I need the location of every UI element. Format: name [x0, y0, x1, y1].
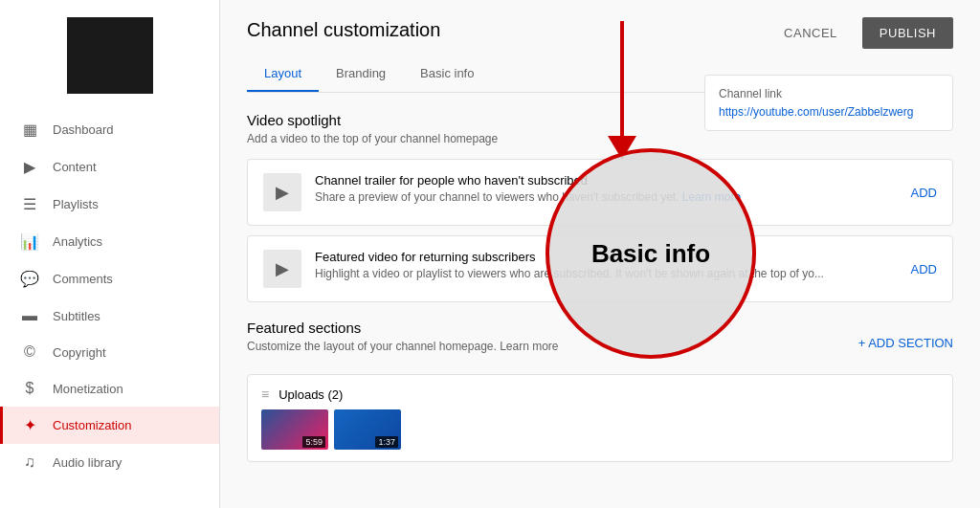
tab-layout[interactable]: Layout	[247, 56, 319, 92]
channel-link-box: Channel link https://youtube.com/user/Za…	[704, 75, 953, 131]
featured-sections-title: Featured sections	[247, 320, 559, 336]
sidebar-item-audio-library[interactable]: ♫ Audio library	[0, 444, 219, 480]
channel-trailer-content: Channel trailer for people who haven't s…	[315, 173, 898, 204]
uploads-header: ≡ Uploads (2)	[261, 387, 939, 402]
avatar	[67, 17, 153, 94]
featured-video-add[interactable]: ADD	[911, 262, 937, 276]
add-section-button[interactable]: + ADD SECTION	[858, 336, 953, 350]
cancel-button[interactable]: CANCEL	[770, 18, 851, 48]
channel-trailer-desc: Share a preview of your channel to viewe…	[315, 190, 898, 204]
sidebar-item-playlists[interactable]: ☰ Playlists	[0, 186, 219, 223]
thumbnail-1: 5:59	[261, 409, 328, 450]
thumb-2-duration: 1:37	[375, 436, 398, 448]
sidebar-item-dashboard[interactable]: ▦ Dashboard	[0, 111, 219, 148]
featured-sections: Featured sections Customize the layout o…	[247, 320, 953, 462]
tab-branding[interactable]: Branding	[319, 56, 403, 92]
featured-sections-desc: Customize the layout of your channel hom…	[247, 340, 559, 353]
uploads-title: Uploads (2)	[278, 387, 343, 402]
sidebar-item-analytics[interactable]: 📊 Analytics	[0, 223, 219, 260]
tab-basic-info[interactable]: Basic info	[403, 56, 491, 92]
monetization-icon: $	[20, 380, 39, 397]
channel-trailer-add[interactable]: ADD	[911, 186, 937, 200]
sidebar-item-content[interactable]: ▶ Content	[0, 148, 219, 186]
featured-video-card: ▶ Featured video for returning subscribe…	[247, 235, 953, 302]
analytics-icon: 📊	[20, 232, 39, 251]
thumbnails-container: 5:59 1:37	[261, 409, 939, 450]
dashboard-icon: ▦	[20, 121, 39, 139]
featured-video-desc: Highlight a video or playlist to viewers…	[315, 267, 898, 280]
featured-video-content: Featured video for returning subscribers…	[315, 250, 898, 280]
channel-trailer-card: ▶ Channel trailer for people who haven't…	[247, 159, 953, 226]
thumb-1-duration: 5:59	[302, 436, 325, 448]
header-actions: CANCEL PUBLISH	[770, 17, 953, 49]
comments-icon: 💬	[20, 270, 39, 288]
channel-trailer-icon: ▶	[263, 173, 301, 211]
channel-link-url[interactable]: https://youtube.com/user/Zabbelzwerg	[719, 105, 939, 119]
playlists-icon: ☰	[20, 195, 39, 213]
channel-link-label: Channel link	[719, 87, 939, 100]
video-spotlight-desc: Add a video to the top of your channel h…	[247, 132, 953, 145]
sidebar-item-comments[interactable]: 💬 Comments	[0, 260, 219, 298]
sidebar-item-monetization[interactable]: $ Monetization	[0, 370, 219, 407]
drag-handle-icon[interactable]: ≡	[261, 387, 269, 402]
sidebar-item-customization[interactable]: ✦ Customization	[0, 407, 219, 444]
featured-video-title: Featured video for returning subscribers	[315, 250, 898, 264]
uploads-card: ≡ Uploads (2) 5:59 1:37	[247, 374, 953, 462]
featured-video-icon: ▶	[263, 250, 301, 288]
sidebar-nav: ▦ Dashboard ▶ Content ☰ Playlists 📊 Anal…	[0, 111, 219, 480]
copyright-icon: ©	[20, 343, 39, 361]
sidebar: ▦ Dashboard ▶ Content ☰ Playlists 📊 Anal…	[0, 0, 220, 508]
video-spotlight-section: Video spotlight Add a video to the top o…	[247, 112, 953, 302]
audio-library-icon: ♫	[20, 453, 39, 471]
subtitles-icon: ▬	[20, 307, 39, 324]
featured-sections-header: Featured sections Customize the layout o…	[247, 320, 953, 366]
main-content: CANCEL PUBLISH Channel customization Lay…	[220, 0, 980, 508]
channel-trailer-title: Channel trailer for people who haven't s…	[315, 173, 898, 188]
sidebar-item-copyright[interactable]: © Copyright	[0, 334, 219, 370]
publish-button[interactable]: PUBLISH	[862, 17, 953, 49]
channel-trailer-learn-more[interactable]: Learn more	[682, 190, 741, 204]
sidebar-item-subtitles[interactable]: ▬ Subtitles	[0, 298, 219, 334]
customization-icon: ✦	[20, 416, 39, 434]
content-icon: ▶	[20, 158, 39, 176]
thumbnail-2: 1:37	[334, 409, 401, 450]
